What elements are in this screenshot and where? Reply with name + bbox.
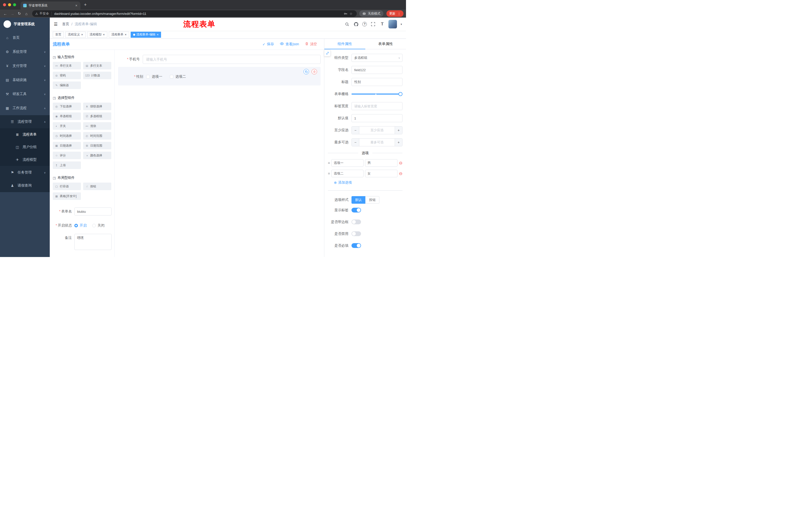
palette-component[interactable]: ☝ 按钮 [83,183,111,190]
reload-icon[interactable]: ↻ [16,10,23,17]
palette-component[interactable]: ◴ 时间范围 [83,132,111,140]
sidebar-menu-item[interactable]: ♟ 请假查询 [0,179,50,192]
slider-track[interactable] [351,93,402,94]
close-window-button[interactable] [3,3,6,6]
palette-component[interactable]: ☆ 评分 [53,152,81,159]
remove-option-icon[interactable] [399,171,403,176]
title-input[interactable] [351,78,403,86]
security-chip[interactable]: ⚠ 不安全 [35,11,52,16]
user-avatar[interactable] [388,20,397,28]
home-icon[interactable]: ⌂ [23,10,30,17]
remove-option-icon[interactable] [399,161,403,165]
url-text[interactable]: dashboard.yudao.iocoder.cn/bpm/manager/f… [54,12,343,16]
back-icon[interactable]: ← [2,10,8,17]
palette-component[interactable]: ⋔ 级联选择 [83,103,111,110]
link-icon[interactable] [324,50,330,56]
increase-button[interactable]: + [395,139,402,146]
add-option-button[interactable]: ⊕ 添加选项 [334,180,403,185]
address-bar[interactable]: ⚠ 不安全 dashboard.yudao.iocoder.cn/bpm/man… [32,10,357,17]
palette-component[interactable]: ✎ 编辑器 [53,81,81,89]
increase-button[interactable]: + [395,127,402,134]
checkbox[interactable] [170,75,173,78]
toggle-switch[interactable] [351,208,361,213]
checkbox-option[interactable]: 选项一 [146,75,162,79]
palette-component[interactable]: ◐ 开关 [53,122,81,130]
option-value-input[interactable] [365,170,397,177]
sidebar-menu-item[interactable]: ▦ 工作流程 ∧ [0,101,50,115]
tab-form-props[interactable]: 表单属性 [365,39,406,49]
option-value-input[interactable] [365,159,397,167]
new-tab-button[interactable]: + [84,2,87,7]
save-button[interactable]: ✓ 保存 [263,42,274,47]
zoom-window-button[interactable] [13,3,16,6]
min-select-stepper[interactable]: − 至少应选 + [351,126,403,134]
tag[interactable]: 流程表单 [109,32,129,38]
tag-close-icon[interactable] [157,33,159,36]
palette-component[interactable]: ◘ 密码 [53,72,81,79]
form-canvas[interactable]: *手机号 [115,50,324,257]
checkbox-option[interactable]: 选项二 [170,75,186,79]
palette-component[interactable]: ▭ 单行文本 [53,62,81,70]
bookmark-star-icon[interactable]: ☆ [348,11,354,16]
sidebar-menu-item[interactable]: ☰ 流程管理 ∧ [0,115,50,128]
sidebar-menu-item[interactable]: ◫ 用户分组 [0,141,50,154]
gender-field-selected[interactable]: *性别 选项一 [118,67,321,85]
search-icon[interactable] [344,21,350,27]
palette-component[interactable]: 123 计数器 [83,72,111,79]
palette-component[interactable]: ◎ 下拉选择 [53,103,81,110]
default-value-input[interactable] [351,114,403,122]
sidebar-menu-item[interactable]: ≣ 流程表单 [0,128,50,141]
update-button[interactable]: 更新 ⋮ [386,10,404,17]
checkbox[interactable] [146,75,150,78]
help-icon[interactable]: ? [362,22,367,26]
app-logo[interactable]: 芋道管理系统 [0,18,50,31]
avatar-caret-icon[interactable]: ▾ [401,23,402,26]
decrease-button[interactable]: − [352,127,359,134]
palette-component[interactable]: ▦ 表格[开发中] [53,192,81,200]
field-name-input[interactable] [351,66,403,74]
status-on-radio[interactable]: 开启 [75,223,87,228]
copy-field-button[interactable] [303,69,309,75]
palette-component[interactable]: ⊷ 滑块 [83,122,111,130]
sidebar-menu-item[interactable]: ✈ 流程模型 [0,154,50,166]
sidebar-menu-item[interactable]: ¥ 支付管理 ∨ [0,59,50,73]
tag[interactable]: 流程表单-编辑 [130,32,161,38]
delete-field-button[interactable] [312,69,317,75]
fullscreen-icon[interactable] [370,21,376,27]
phone-input[interactable] [143,55,321,64]
password-key-icon[interactable] [343,11,348,16]
palette-component[interactable]: ↥ 上传 [53,161,81,169]
option-name-input[interactable] [331,159,364,167]
drag-handle-icon[interactable] [328,171,330,175]
style-button-button[interactable]: 按钮 [365,196,379,204]
palette-component[interactable]: ⊞ 日期范围 [83,142,111,150]
toggle-switch[interactable] [351,231,361,236]
status-off-radio[interactable]: 关闭 [92,223,105,228]
tag-close-icon[interactable] [125,33,127,36]
github-icon[interactable] [353,21,359,27]
palette-component[interactable]: ▢ 行容器 [53,183,81,190]
palette-component[interactable]: ▤ 多行文本 [83,62,111,70]
tag[interactable]: 流程模型 [87,32,108,38]
font-size-icon[interactable]: T [379,21,385,27]
sidebar-menu-item[interactable]: ⚑ 任务管理 ∨ [0,166,50,179]
component-type-select[interactable]: ∨ [351,54,403,62]
browser-menu-icon[interactable]: ⋮ [398,12,401,16]
component-type-value[interactable] [351,54,403,62]
tag-close-icon[interactable] [81,33,83,36]
minimize-window-button[interactable] [8,3,11,6]
palette-component[interactable]: ◷ 时间选择 [53,132,81,140]
clear-button[interactable]: 清空 [305,42,317,47]
toggle-switch[interactable] [351,219,361,224]
label-width-input[interactable] [351,102,403,110]
forward-icon[interactable]: → [9,10,16,17]
hamburger-icon[interactable]: ☰ [54,22,58,27]
sidebar-menu-item[interactable]: ⌂ 首页 [0,31,50,45]
phone-field[interactable]: *手机号 [118,55,321,64]
sidebar-menu-item[interactable]: ▤ 基础设施 ∨ [0,73,50,87]
palette-component[interactable]: ◉ 单选框组 [53,112,81,120]
sidebar-menu-item[interactable]: ⚒ 研发工具 ∨ [0,87,50,101]
option-name-input[interactable] [331,170,364,177]
tag-close-icon[interactable] [103,33,105,36]
min-select-value[interactable]: 至少应选 [359,127,395,134]
